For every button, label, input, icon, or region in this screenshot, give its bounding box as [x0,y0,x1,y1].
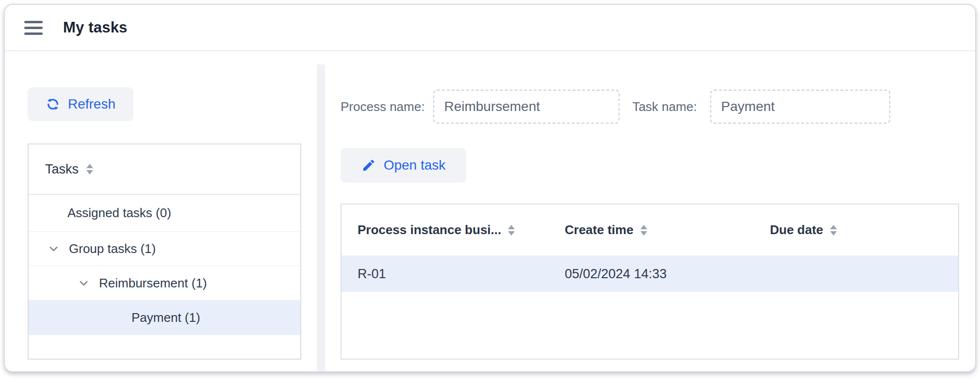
column-header-due-date[interactable]: Due date [770,222,958,238]
sort-icon [830,225,837,236]
cell-business-key: R-01 [342,267,565,282]
table-row-selected[interactable]: R-01 05/02/2024 14:33 [342,256,958,292]
tree-row-label: Assigned tasks (0) [67,206,171,221]
filter-bar: Process name: Reimbursement Task name: P… [341,90,975,124]
tree-row-assigned-tasks[interactable]: Assigned tasks (0) [29,195,300,232]
task-name-label: Task name: [632,99,697,114]
refresh-button[interactable]: Refresh [28,87,133,121]
tree-header-tasks[interactable]: Tasks [29,144,300,195]
column-header-create-time[interactable]: Create time [565,222,770,238]
chevron-down-icon[interactable] [77,277,90,290]
column-header-label: Create time [565,222,634,238]
panel-divider [317,64,325,371]
cell-create-time: 05/02/2024 14:33 [565,267,770,282]
left-panel: Refresh Tasks Assigned tasks (0) Group t… [5,51,317,371]
open-task-button[interactable]: Open task [341,148,466,183]
right-panel: Process name: Reimbursement Task name: P… [325,51,975,371]
chevron-down-icon[interactable] [47,242,60,255]
tree-row-label: Reimbursement (1) [99,276,207,291]
app-window: My tasks Refresh Tasks [4,4,976,372]
tree-row-label: Group tasks (1) [69,241,156,256]
tree-header-label: Tasks [45,162,79,177]
content-area: Refresh Tasks Assigned tasks (0) Group t… [5,51,975,371]
refresh-button-label: Refresh [68,96,115,112]
refresh-icon [46,97,60,111]
process-name-label: Process name: [341,99,425,114]
tasks-table: Process instance busi... Create time Due… [341,204,959,360]
sort-icon [508,225,515,236]
process-name-input[interactable]: Reimbursement [433,90,620,124]
table-header-row: Process instance busi... Create time Due… [342,205,958,256]
column-header-label: Due date [770,222,823,238]
pencil-icon [361,158,376,173]
tree-row-reimbursement[interactable]: Reimbursement (1) [29,266,300,301]
sort-icon [86,164,93,174]
page-title: My tasks [63,19,128,36]
menu-icon[interactable] [24,21,43,35]
process-name-value: Reimbursement [444,99,540,114]
sort-icon [640,225,647,236]
task-name-value: Payment [721,99,775,114]
tree-row-payment-selected[interactable]: Payment (1) [29,301,300,335]
column-header-business-key[interactable]: Process instance busi... [342,222,565,238]
task-name-input[interactable]: Payment [710,90,890,124]
tree-row-group-tasks[interactable]: Group tasks (1) [29,232,300,266]
tasks-tree: Tasks Assigned tasks (0) Group tasks (1) [28,143,301,360]
tree-row-label: Payment (1) [131,310,200,325]
header-bar: My tasks [5,5,975,51]
open-task-button-label: Open task [384,158,446,173]
column-header-label: Process instance busi... [358,222,501,238]
